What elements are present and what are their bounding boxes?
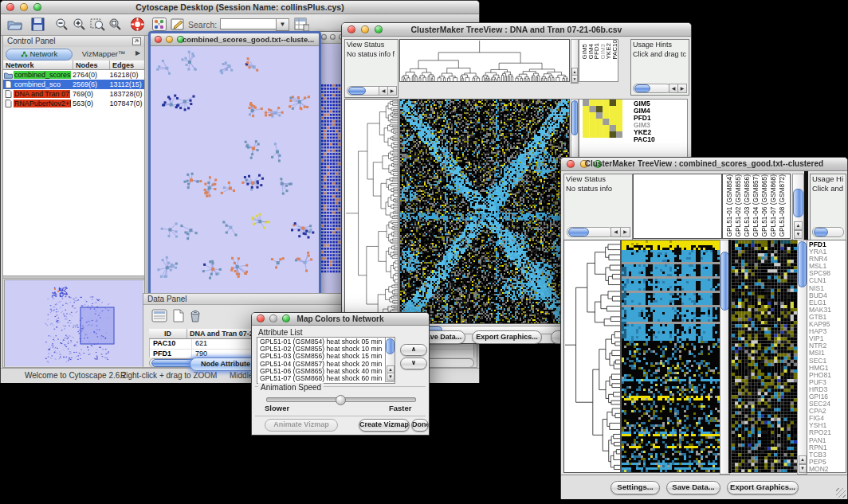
- zoom-selected-icon[interactable]: [90, 18, 106, 32]
- zoom-submatrix-view[interactable]: [583, 100, 622, 138]
- attribute-table-icon[interactable]: [294, 18, 309, 31]
- column-label[interactable]: GPL51-06 (GSM865): [760, 174, 769, 236]
- column-label[interactable]: GPL51-04 (GSM857): [752, 174, 760, 236]
- attribute-list-label: Attribute List: [258, 328, 303, 337]
- data-panel-title: Data Panel: [147, 295, 186, 303]
- close-button[interactable]: [321, 34, 327, 40]
- column-label[interactable]: GIM5: [581, 44, 587, 60]
- heatmap-view[interactable]: [621, 240, 720, 473]
- settings-button[interactable]: Settings...: [610, 481, 660, 494]
- usage-hints-panel: Usage Hi Click and: [810, 174, 846, 240]
- zoom-in-icon[interactable]: [73, 18, 87, 32]
- save-icon[interactable]: [31, 18, 45, 31]
- zoom-out-icon[interactable]: [55, 18, 69, 32]
- column-label[interactable]: GPL51-01 (GSM854): [725, 174, 734, 236]
- panel-splitter[interactable]: [3, 275, 144, 279]
- column-label[interactable]: GPL51-03 (GSM856): [743, 174, 752, 236]
- tab-vizmapper[interactable]: VizMapper™: [75, 49, 132, 58]
- status-welcome: Welcome to Cytoscape 2.6.2: [25, 371, 127, 380]
- attribute-list-vscrollbar[interactable]: ▲ ▼: [385, 338, 395, 382]
- attribute-list-item[interactable]: GPL51-07 (GSM868) heat shock 60 min: [260, 375, 395, 382]
- map-colors-dialog: Map Colors to Network Attribute List GPL…: [251, 312, 430, 436]
- tab-overflow-arrow[interactable]: ▶: [135, 49, 140, 57]
- help-icon[interactable]: [130, 17, 145, 32]
- main-window-title: Cytoscape Desktop (Session Name: collins…: [1, 2, 479, 12]
- network-list-row[interactable]: DNA and Tran 07769(0)183728(0): [3, 89, 144, 99]
- zoom-submatrix-view[interactable]: [731, 240, 798, 473]
- network-list-row[interactable]: combined_sco2569(6)13112(15): [3, 80, 144, 89]
- annotation-icon[interactable]: [171, 18, 186, 31]
- dialog-title: Map Colors to Network: [252, 315, 429, 323]
- column-labels: GPL51-01 (GSM854)GPL51-02 (GSM855)GPL51-…: [722, 174, 791, 239]
- scroll-right-arrow[interactable]: ▶: [677, 84, 687, 93]
- treeview2-bottom-bar: Settings...Save Data...Export Graphics..…: [561, 475, 847, 499]
- column-label[interactable]: GPL51-08 (GSM872): [778, 174, 787, 236]
- background-network-window[interactable]: [318, 31, 344, 299]
- scroll-right-arrow[interactable]: ▶: [387, 86, 397, 96]
- column-label[interactable]: GIM3: [599, 44, 606, 60]
- open-file-icon[interactable]: [7, 18, 22, 31]
- save-data-button[interactable]: Save Data...: [666, 481, 720, 494]
- network-list-row[interactable]: combined_scores2764(0)16218(0): [3, 70, 144, 80]
- slider-faster-label: Faster: [389, 404, 412, 412]
- zoom-fit-icon[interactable]: [108, 18, 123, 32]
- treeview1-title: ClusterMaker TreeView : DNA and Tran 07-…: [342, 25, 691, 34]
- dendro-vscrollbar[interactable]: ▲ ▼: [571, 39, 579, 84]
- usage-hints-hscrollbar[interactable]: [812, 227, 844, 237]
- column-label[interactable]: PAC10: [611, 40, 618, 60]
- gene-label[interactable]: MON2: [809, 466, 846, 473]
- done-button[interactable]: Done: [411, 419, 429, 432]
- usage-hints-hscrollbar[interactable]: [633, 84, 671, 93]
- export-graphics-button[interactable]: Export Graphics...: [727, 481, 799, 494]
- column-label[interactable]: GPL51-07 (GSM868): [769, 174, 778, 236]
- network-graph-view[interactable]: [151, 46, 319, 295]
- view-status-panel: View Status No status info f ◀ ▶: [344, 39, 398, 98]
- delete-attribute-icon[interactable]: [189, 309, 202, 323]
- main-titlebar[interactable]: Cytoscape Desktop (Session Name: collins…: [1, 1, 479, 14]
- birdseye-view[interactable]: [4, 279, 145, 369]
- move-down-button[interactable]: ∨: [400, 357, 427, 369]
- column-label[interactable]: GIM4: [587, 44, 594, 60]
- select-attributes-icon[interactable]: [151, 309, 167, 322]
- network-list-row[interactable]: RNAPuberNov2+!563(0)107847(0): [3, 99, 144, 108]
- minimize-button[interactable]: [166, 36, 173, 43]
- move-up-button[interactable]: ∧: [400, 344, 427, 356]
- float-panel-icon[interactable]: [132, 37, 141, 45]
- grid-network-view[interactable]: [320, 83, 341, 275]
- column-labels-vscrollbar[interactable]: ▲ ▼: [792, 174, 804, 240]
- network-nodes: 769(0): [71, 90, 108, 98]
- slider-thumb[interactable]: [336, 395, 346, 405]
- tab-network[interactable]: Network: [6, 49, 73, 61]
- animation-speed-slider[interactable]: [266, 397, 416, 402]
- export-graphics-button[interactable]: Export Graphics...: [472, 330, 542, 344]
- row-dendrogram[interactable]: [563, 240, 621, 473]
- resize-grip[interactable]: [836, 488, 846, 498]
- network-nodes: 2569(6): [71, 80, 108, 88]
- search-dropdown-button[interactable]: ▼: [276, 18, 289, 31]
- search-input[interactable]: [220, 18, 277, 29]
- row-dendrogram[interactable]: [344, 99, 398, 324]
- create-vizmap-button[interactable]: Create Vizmap: [359, 419, 410, 432]
- network-nodes: 2764(0): [71, 71, 108, 79]
- minimize-button[interactable]: [330, 34, 336, 40]
- network-name: DNA and Tran 07: [14, 90, 70, 98]
- gene-label[interactable]: PAC10: [634, 136, 655, 143]
- network-list-background: [3, 108, 144, 275]
- column-label[interactable]: PFD1: [593, 43, 599, 59]
- view-status-hscrollbar[interactable]: [567, 227, 613, 237]
- network-edges: 13112(15): [108, 80, 144, 88]
- heatmap-global-view[interactable]: [399, 99, 570, 324]
- column-dendrogram-area[interactable]: [633, 174, 722, 239]
- column-dendrogram[interactable]: [399, 39, 570, 82]
- column-label[interactable]: YKE2: [605, 43, 611, 59]
- animation-speed-label: Animation Speed: [258, 383, 324, 392]
- animate-vizmap-button[interactable]: Animate Vizmap: [265, 419, 338, 432]
- vizmap-network-icon[interactable]: [152, 18, 167, 31]
- search-label: Search:: [188, 20, 217, 29]
- control-panel: Control Panel Network VizMapper™ ▶ Netwo…: [2, 35, 145, 368]
- close-button[interactable]: [155, 36, 162, 43]
- network-name: RNAPuberNov2+!: [14, 100, 71, 107]
- column-label[interactable]: GPL51-02 (GSM855): [734, 174, 743, 236]
- new-attribute-icon[interactable]: [171, 309, 185, 322]
- scroll-right-arrow[interactable]: ▶: [620, 227, 630, 237]
